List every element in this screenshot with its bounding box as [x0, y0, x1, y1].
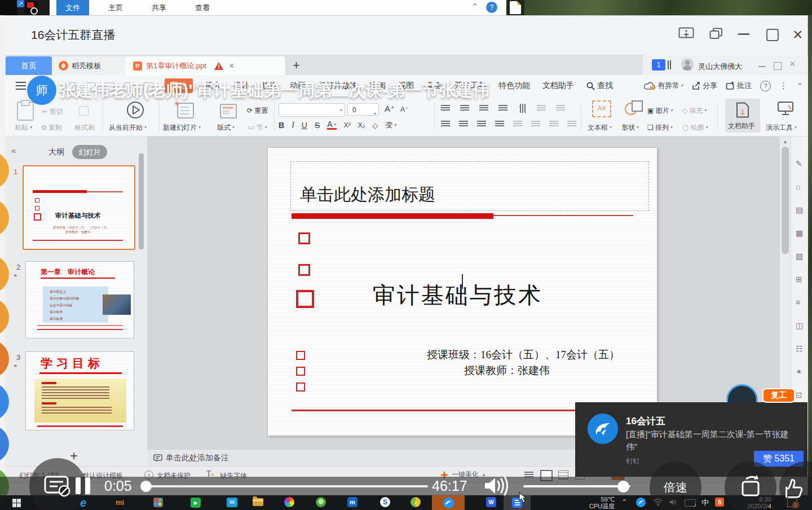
- rail-grid-icon[interactable]: ▤: [796, 205, 803, 214]
- italic-button[interactable]: I: [292, 121, 294, 130]
- font-size-select[interactable]: 0 ▾: [347, 103, 379, 116]
- doc-assistant-button[interactable]: 文档助手: [725, 99, 760, 133]
- tab-features[interactable]: 特色功能: [498, 81, 530, 91]
- title-placeholder-box[interactable]: 单击此处添加标题: [290, 161, 649, 211]
- rail-plus-icon[interactable]: ⊞: [796, 275, 802, 284]
- resume-work-badge[interactable]: 复工: [762, 388, 795, 403]
- section-button[interactable]: ▭ 节: [248, 123, 267, 133]
- slide-class-line[interactable]: 授课班级：16会计（五）、17会计（五）: [427, 348, 620, 362]
- reset-button[interactable]: ⟳ 重置: [247, 106, 268, 116]
- explorer-collapse-icon[interactable]: ⌃: [471, 2, 478, 11]
- dingtalk-taskbar-icon[interactable]: [432, 495, 465, 510]
- rail-star-icon[interactable]: ✶: [796, 367, 802, 376]
- minimize-icon[interactable]: [738, 33, 749, 35]
- picture-button[interactable]: ▣ 图片: [647, 106, 673, 116]
- present-tools-icon[interactable]: [777, 101, 794, 116]
- rail-fill-icon[interactable]: ▧: [796, 252, 803, 261]
- cpu-temp-widget[interactable]: 59℃CPU温度: [580, 496, 615, 509]
- font-increase-button[interactable]: A⁺: [385, 104, 395, 114]
- slide-main-title[interactable]: 审计基础与技术: [373, 280, 542, 311]
- volume-handle[interactable]: [617, 481, 629, 493]
- layout-button[interactable]: 版式: [217, 123, 235, 133]
- bullets-icon[interactable]: [441, 105, 450, 112]
- ime-indicator[interactable]: 中: [701, 498, 709, 508]
- comment-button[interactable]: 批注: [726, 81, 752, 91]
- tab-docer[interactable]: 稻壳模板: [52, 56, 125, 75]
- text-direction-icon[interactable]: [537, 105, 546, 112]
- new-slide-icon[interactable]: ✳: [177, 103, 194, 118]
- outdent-icon[interactable]: [479, 105, 488, 112]
- columns-icon[interactable]: [519, 104, 526, 113]
- panel-scrollbar[interactable]: [139, 153, 144, 249]
- mail-icon[interactable]: ✉: [227, 498, 237, 507]
- shape-button[interactable]: 形状: [621, 123, 639, 133]
- present-tools-button[interactable]: 演示工具: [766, 123, 797, 133]
- underline-button[interactable]: U: [302, 121, 307, 130]
- tab-outline[interactable]: 大纲: [48, 147, 64, 157]
- rail-columns-icon[interactable]: ◫: [796, 321, 803, 330]
- shrink-text-icon[interactable]: [531, 121, 540, 128]
- rotate-button[interactable]: [725, 461, 776, 510]
- more-paragraph-icon[interactable]: [567, 121, 576, 128]
- mi-icon[interactable]: mi: [116, 498, 124, 507]
- username[interactable]: 灵山大佛佛大: [698, 61, 742, 72]
- text-box-button[interactable]: 文本框: [588, 123, 612, 133]
- justify-icon[interactable]: [495, 121, 504, 128]
- wps-restore-icon[interactable]: [774, 62, 782, 70]
- line-spacing-icon[interactable]: [556, 105, 565, 112]
- new-tab-button[interactable]: +: [293, 58, 300, 73]
- cut-button[interactable]: ✂ 剪切: [42, 107, 63, 117]
- scroll-up-icon[interactable]: ▲: [783, 139, 788, 144]
- rail-layout-icon[interactable]: ▦: [796, 228, 803, 238]
- music-icon[interactable]: ♪: [411, 497, 421, 507]
- tab-close-icon[interactable]: ×: [229, 61, 234, 71]
- wps-minimize-icon[interactable]: [758, 66, 766, 67]
- tab-document[interactable]: P 第1章审计概论.ppt ×: [125, 56, 285, 75]
- volume-icon[interactable]: [483, 476, 509, 496]
- maxthon-icon[interactable]: m: [347, 497, 358, 507]
- rail-list-icon[interactable]: ≡: [796, 298, 800, 307]
- start-button[interactable]: [12, 499, 21, 507]
- avatar[interactable]: [681, 58, 694, 71]
- pause-button[interactable]: [76, 477, 81, 494]
- doc-warning-icon[interactable]: [214, 62, 223, 70]
- sogou-ime-icon[interactable]: S: [715, 498, 724, 507]
- font-name-select[interactable]: ▾: [279, 103, 345, 117]
- seek-handle[interactable]: [140, 481, 152, 492]
- clear-format-icon[interactable]: ◇: [372, 121, 378, 130]
- seek-track[interactable]: [151, 485, 428, 487]
- superscript-button[interactable]: X²: [344, 121, 351, 129]
- close-icon[interactable]: ×: [793, 25, 803, 44]
- slide-canvas[interactable]: 单击此处添加标题 审计基础与技术 授课班级：16会计（五）、17会计（五） 授课…: [268, 148, 657, 436]
- pause-button-bar2[interactable]: [85, 477, 90, 494]
- dingtalk-notification[interactable]: 16会计五 [直播]"审计基础第一周第二次课-第一节张建伟" 钉钉 赞 5351: [575, 402, 807, 477]
- arrange-button[interactable]: ❏ 排列: [647, 123, 673, 133]
- numbering-icon[interactable]: [460, 105, 469, 112]
- scrollbar-thumb[interactable]: [782, 147, 789, 254]
- file-explorer-icon[interactable]: [253, 498, 263, 506]
- cloud-status-button[interactable]: 有异常: [644, 81, 683, 91]
- slide-thumbnail-3[interactable]: 学习目标: [25, 351, 134, 430]
- font-decrease-button[interactable]: A⁻: [400, 105, 408, 113]
- wps-close-icon[interactable]: ×: [789, 58, 796, 70]
- rail-rows-icon[interactable]: ☷: [796, 344, 803, 353]
- slide-teacher-line[interactable]: 授课教师：张建伟: [464, 363, 550, 378]
- strike-button[interactable]: S: [315, 121, 320, 130]
- window-count-badge[interactable]: 1: [652, 59, 665, 71]
- iqiyi-icon[interactable]: ▶: [191, 498, 201, 508]
- volume-track[interactable]: [523, 485, 630, 487]
- slide-thumbnail-2[interactable]: 第一章 审计概论 审计的含义 审计对象与审计职能 认定与审计目标 审计种类 审计…: [25, 261, 134, 338]
- play-from-current-button[interactable]: 从当前开始: [109, 123, 147, 133]
- sogou-browser-icon[interactable]: S: [380, 497, 390, 507]
- explorer-menu-home[interactable]: 主页: [99, 0, 132, 15]
- text-effect-button[interactable]: 变: [385, 120, 396, 130]
- tab-home[interactable]: 首页: [6, 56, 52, 75]
- align-left-icon[interactable]: [441, 121, 450, 128]
- share-button[interactable]: 分享: [692, 81, 717, 91]
- wps-taskbar-icon[interactable]: W: [486, 497, 496, 507]
- maximize-icon[interactable]: [766, 29, 779, 41]
- explorer-menu-share[interactable]: 共享: [143, 0, 175, 15]
- rail-edit-icon[interactable]: ✎: [796, 159, 802, 168]
- green-app-icon[interactable]: [316, 497, 326, 507]
- collapse-ribbon-icon[interactable]: ⌃: [797, 82, 803, 90]
